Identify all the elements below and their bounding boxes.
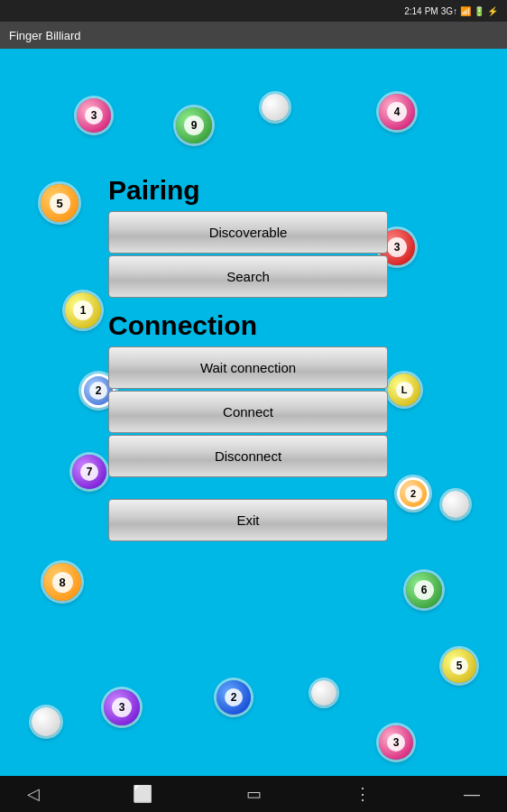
status-bar: 2:14 PM 3G↑ 📶 🔋 ⚡ [0, 0, 507, 22]
billiard-ball: 5 [442, 649, 476, 683]
back-button[interactable]: ◁ [27, 784, 40, 804]
search-button[interactable]: Search [108, 255, 388, 298]
pairing-buttons: Discoverable Search [108, 211, 388, 298]
menu-button[interactable]: ⋮ [355, 784, 371, 804]
recents-button[interactable]: ▭ [246, 784, 262, 804]
billiard-ball: 6 [406, 572, 442, 608]
wifi-icon: 📶 [460, 6, 471, 16]
nav-bar: ◁ ⬜ ▭ ⋮ — [0, 776, 507, 812]
exit-button[interactable]: Exit [108, 499, 388, 541]
billiard-ball: 2 [397, 477, 429, 510]
billiard-ball: 5 [41, 184, 78, 222]
billiard-ball [262, 94, 289, 121]
billiard-ball: 4 [379, 94, 415, 130]
billiard-ball: L [388, 374, 420, 406]
ampm-display: PM [425, 6, 438, 16]
billiard-ball: 2 [217, 680, 251, 715]
billiard-ball: 8 [43, 563, 81, 601]
billiard-ball: 3 [379, 725, 413, 760]
billiard-ball: 9 [176, 107, 212, 143]
dash-icon: — [464, 785, 480, 804]
bluetooth-icon: ⚡ [487, 6, 498, 16]
signal-icon: 3G↑ [441, 6, 457, 16]
billiard-ball [442, 491, 469, 518]
discoverable-button[interactable]: Discoverable [108, 211, 388, 254]
connection-title: Connection [108, 310, 388, 341]
billiard-ball: 3 [104, 689, 140, 725]
connect-button[interactable]: Connect [108, 391, 388, 433]
time-display: 2:14 [404, 6, 421, 16]
title-bar: Finger Billiard [0, 22, 507, 49]
billiard-ball: 7 [72, 455, 106, 489]
wait-connection-button[interactable]: Wait connection [108, 346, 388, 389]
main-area: 35236827L2135493 Pairing Discoverable Se… [0, 49, 507, 776]
pairing-title: Pairing [108, 175, 388, 206]
billiard-ball: 3 [77, 98, 111, 133]
billiard-ball: 1 [65, 292, 101, 328]
billiard-ball [311, 680, 336, 706]
app-title: Finger Billiard [9, 29, 80, 42]
content-panel: Pairing Discoverable Search Connection W… [108, 175, 388, 543]
connection-buttons: Wait connection Connect Disconnect [108, 346, 388, 477]
disconnect-button[interactable]: Disconnect [108, 435, 388, 477]
battery-icon: 🔋 [474, 6, 484, 16]
billiard-ball [32, 707, 60, 736]
home-button[interactable]: ⬜ [133, 784, 152, 804]
status-icons: 2:14 PM 3G↑ 📶 🔋 ⚡ [404, 6, 498, 16]
